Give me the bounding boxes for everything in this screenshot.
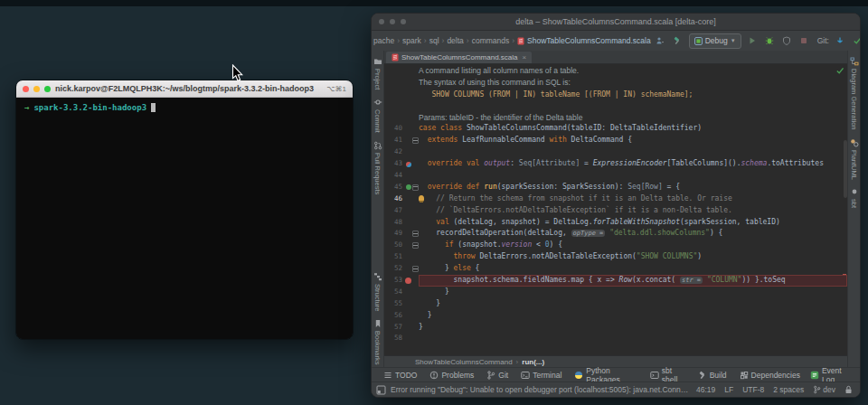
fold-icon[interactable] (412, 231, 419, 237)
run-button[interactable] (747, 35, 759, 47)
code-line[interactable]: 48 val (deltaLog, snapshot) = DeltaLog.f… (384, 217, 847, 229)
ide-titlebar[interactable]: delta – ShowTableColumnsCommand.scala [d… (372, 14, 860, 31)
gutter[interactable]: 53 (384, 275, 419, 287)
gutter[interactable]: 55 (384, 298, 419, 310)
code-line[interactable]: 49 recordDeltaOperation(deltaLog, opType… (384, 228, 847, 240)
tool-stripe-button-commit[interactable]: Commit (373, 91, 382, 135)
code-line[interactable]: 46 // Return the schema from snapshot if… (384, 193, 847, 205)
gutter[interactable] (384, 89, 419, 100)
zoom-button[interactable] (44, 86, 51, 92)
code-line[interactable]: 50 if (snapshot.version < 0) { (384, 240, 847, 251)
breakpoint-icon[interactable] (405, 278, 411, 284)
minimize-button[interactable] (390, 19, 395, 24)
breadcrumb-item[interactable]: ShowTableColumnsCommand.scala (517, 36, 651, 45)
override-multi-icon[interactable] (406, 162, 411, 167)
code-line[interactable]: 43 override val output: Seq[Attribute] =… (384, 158, 847, 170)
breadcrumb-class[interactable]: ShowTableColumnsCommand (415, 358, 513, 366)
override-green-icon[interactable] (406, 184, 411, 190)
fold-icon[interactable] (412, 242, 419, 249)
gutter[interactable] (384, 65, 419, 77)
gutter[interactable]: 45 (384, 182, 419, 193)
tool-window-button-build[interactable]: Build (692, 371, 733, 380)
gutter[interactable]: 49 (384, 228, 419, 240)
tool-window-button-dependencies[interactable]: Dependencies (733, 371, 807, 380)
code-line[interactable]: 58 (384, 333, 847, 344)
doc-comment-line[interactable]: The syntax of using this command in SQL … (384, 77, 847, 89)
indent-style[interactable]: 2 spaces (773, 385, 804, 394)
breadcrumb-item[interactable]: pache (373, 36, 394, 45)
coverage-button[interactable] (781, 35, 793, 47)
doc-comment-line[interactable]: Params: tableID - the identifier of the … (384, 112, 847, 124)
tool-stripe-button-pull-requests[interactable]: Pull Requests (373, 135, 382, 196)
ide-window[interactable]: delta – ShowTableColumnsCommand.scala [d… (371, 13, 861, 398)
tool-window-button-terminal[interactable]: Terminal (514, 371, 568, 380)
gutter[interactable]: 43 (384, 158, 419, 170)
minimize-button[interactable] (33, 86, 40, 92)
breadcrumb-item[interactable]: spark (402, 36, 421, 45)
tab-showtablecolumnscommand[interactable]: ShowTableColumnsCommand.scala × (386, 52, 532, 63)
code-line[interactable]: 44 (384, 170, 847, 182)
code-line[interactable]: 55 } (384, 298, 847, 310)
git-commit-button[interactable] (852, 35, 861, 47)
code-line[interactable]: 47 // `DeltaErrors.notADeltaTableExcepti… (384, 205, 847, 217)
gutter[interactable]: 52 (384, 263, 419, 275)
debug-button[interactable] (764, 35, 776, 47)
code-line[interactable]: 51 throw DeltaErrors.notADeltaTableExcep… (384, 251, 847, 263)
gutter[interactable]: 51 (384, 251, 419, 263)
breadcrumb-member[interactable]: run(...) (522, 358, 544, 366)
intention-bulb-icon[interactable] (419, 195, 424, 202)
code-line[interactable]: 54 } (384, 287, 847, 298)
gutter[interactable]: 46 (384, 193, 419, 205)
breadcrumb-item[interactable]: commands (472, 36, 510, 45)
file-encoding[interactable]: UTF-8 (742, 385, 764, 394)
code-line[interactable]: 40case class ShowTableColumnsCommand(tab… (384, 123, 847, 135)
git-update-button[interactable] (835, 35, 846, 47)
tool-stripe-button-structure[interactable]: Structure (373, 266, 382, 313)
gutter[interactable]: 47 (384, 205, 419, 217)
build-project-button[interactable] (672, 35, 684, 47)
gutter[interactable]: 50 (384, 240, 419, 251)
doc-comment-line[interactable]: SHOW COLUMNS (FROM | IN) tableName [(FRO… (384, 89, 847, 100)
lock-icon[interactable] (844, 385, 853, 394)
code-line[interactable]: 42 (384, 146, 847, 158)
code-line[interactable]: 52 } else { (384, 263, 847, 275)
fold-icon[interactable] (412, 184, 419, 191)
code-line[interactable]: 41 extends LeafRunnableCommand with Delt… (384, 135, 847, 146)
gutter[interactable]: 54 (384, 287, 419, 298)
status-message[interactable]: Error running "Debug": Unable to open de… (391, 385, 689, 394)
gutter[interactable] (384, 100, 419, 112)
terminal-window[interactable]: nick.karpov@F2LMQLPH3K:~/ws/blogtmp/spar… (15, 80, 354, 340)
breadcrumb-item[interactable]: delta (447, 36, 463, 45)
tool-window-button-problems[interactable]: Problems (423, 371, 480, 380)
gutter[interactable]: 56 (384, 310, 419, 322)
caret-position[interactable]: 46:19 (696, 385, 715, 394)
profile-icon[interactable] (655, 35, 666, 47)
breadcrumb-item[interactable]: sql (429, 36, 439, 45)
close-button[interactable] (23, 86, 29, 92)
doc-comment-line[interactable] (384, 100, 847, 112)
tool-windows-icon[interactable] (376, 385, 386, 395)
code-line[interactable]: 57} (384, 322, 847, 334)
stop-button[interactable] (798, 35, 810, 47)
fold-icon[interactable] (412, 137, 419, 144)
gutter[interactable]: 44 (384, 170, 419, 182)
fold-icon[interactable] (412, 266, 419, 272)
tool-stripe-button-diagram-generation[interactable]: Diagram Generation (850, 51, 859, 132)
code-line[interactable]: 56 } (384, 310, 847, 322)
close-icon[interactable]: × (523, 53, 527, 61)
tool-window-button-git[interactable]: Git (480, 371, 514, 380)
terminal-body[interactable]: → spark-3.3.2-bin-hadoop3 (16, 98, 353, 339)
tool-stripe-button-sbt[interactable]: sbt (850, 181, 859, 210)
gutter[interactable]: 40 (384, 123, 419, 135)
line-separator[interactable]: LF (724, 385, 733, 394)
gutter[interactable]: 58 (384, 333, 419, 344)
gutter[interactable]: 41 (384, 135, 419, 146)
git-branch-widget[interactable]: dev (813, 385, 835, 394)
gutter[interactable] (384, 112, 419, 124)
tool-stripe-button-project[interactable]: Project (373, 51, 382, 91)
zoom-button[interactable] (401, 19, 406, 24)
tool-stripe-button-bookmarks[interactable]: Bookmarks (373, 313, 382, 367)
gutter[interactable] (384, 77, 419, 89)
code-line[interactable]: 45 override def run(sparkSession: SparkS… (384, 182, 847, 193)
gutter[interactable]: 42 (384, 146, 419, 158)
